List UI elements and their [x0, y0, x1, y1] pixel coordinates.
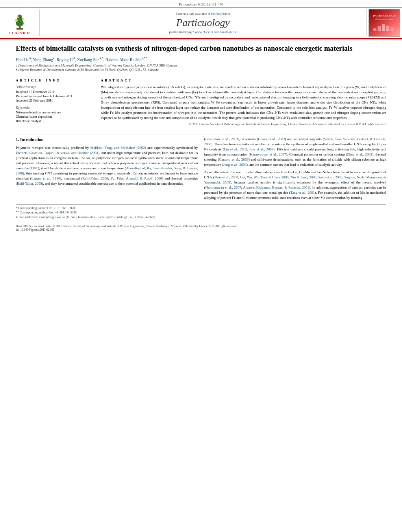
footer-doi: doi:10.1016/j.partic.2011.02.009 [16, 228, 386, 232]
abstract-text: Well aligned nitrogen-doped carbon nanot… [101, 85, 386, 127]
ref-yu[interactable]: Yu, Files, Arepalli, & Ruoff, 2000 [111, 176, 162, 180]
elsevier-logo: ELSEVIER [0, 8, 39, 37]
revised-date: Received in revised form 6 February 2011 [16, 94, 94, 98]
author-yong-zhang[interactable]: Yong Zhang [33, 57, 53, 62]
keyword-1: Nitrogen doped carbon nanotubes [16, 110, 94, 114]
footnote-divider [16, 204, 386, 205]
ref-saito[interactable]: Saito et al., 2005 [318, 175, 342, 179]
citation-text: Particuology 9 (2011) 465–470 [179, 2, 223, 6]
homepage-line: journal homepage: www.elsevier.com/locat… [40, 30, 366, 34]
sciencedirect-link[interactable]: ScienceDirect [211, 12, 230, 16]
homepage-url[interactable]: www.elsevier.com/locate/partic [195, 30, 237, 34]
ref-niu[interactable]: Niu & Fang, 2008 [291, 175, 317, 179]
affiliation-b: b Defense Research & Development Canada,… [16, 68, 386, 72]
intro-heading: 1. Introduction [16, 137, 198, 143]
footnote-corresponding2: ** Corresponding author. Fax: +1 418 844… [16, 211, 386, 214]
sciencedirect-line: Contents lists available at ScienceDirec… [40, 12, 366, 16]
abstract-paragraph: Well aligned nitrogen-doped carbon nanot… [101, 85, 386, 120]
author-xueliang-sun[interactable]: Xueliang Sun [77, 57, 99, 62]
svg-rect-4 [17, 28, 23, 30]
authors-line: Hao Liua, Yong Zhanga, Ruying Lia, Xueli… [16, 56, 386, 62]
article-content: Effects of bimetallic catalysts on synth… [0, 39, 402, 133]
page-footer: 1674-2001/$ – see front matter © 2011 Ch… [0, 223, 402, 233]
keywords-label: Keywords: [16, 106, 94, 109]
affiliation-a: a Department of Mechanical and Materials… [16, 63, 386, 67]
footnote-corresponding1: * Corresponding author. Fax: +1 519 661 … [16, 206, 386, 210]
svg-rect-11 [386, 26, 389, 31]
svg-rect-10 [382, 24, 385, 31]
ref-abou-rachid[interactable]: Abou-Rachid, Hu, Timoshevskii, Song, & L… [16, 166, 198, 175]
main-body: 1. Introduction Polymeric nitrogen was t… [0, 137, 402, 203]
svg-point-7 [17, 16, 19, 18]
ref-alvarez[interactable]: Alvarez, Kitiyanan, Borgna, & Resasco, 2… [243, 185, 309, 189]
accepted-date: Accepted 21 February 2011 [16, 98, 94, 102]
svg-point-5 [15, 19, 18, 22]
svg-rect-12 [391, 27, 394, 31]
ref-zhou[interactable]: Zhou et al., 2003 [347, 152, 372, 156]
svg-rect-9 [378, 26, 381, 31]
ref-rafii2[interactable]: Rafii-Tabar, 2008 [17, 182, 42, 185]
divider-1 [16, 75, 386, 75]
ref-jung[interactable]: Jung et al., 2003 [223, 163, 246, 167]
ref-langer[interactable]: Langer et al., 1996 [31, 176, 60, 180]
svg-rect-8 [373, 28, 376, 31]
email-xsun[interactable]: xsun@eng.uwo.ca [39, 215, 65, 219]
ref-liu2008[interactable]: Liu et al., 2008 [224, 147, 247, 151]
footer-issn: 1674-2001/$ – see front matter © 2011 Ch… [16, 224, 386, 228]
article-info-column: A R T I C L E I N F O Article history: R… [16, 78, 94, 128]
body-divider [16, 135, 386, 135]
journal-header: Particuology 9 (2011) 465–470 ELSEVIER [0, 0, 402, 39]
cover-chart-icon [372, 20, 396, 32]
journal-cover: PARTICUOLOGY CNT microscopy image [367, 7, 402, 38]
body-col-right: (Fennimore et al., 2003), in sensors (Hu… [204, 137, 387, 203]
journal-banner: ELSEVIER Contents lists available at Sci… [0, 7, 402, 39]
intro-para-3: As an alternative, the use of metal allo… [204, 170, 387, 200]
abstract-heading: A B S T R A C T [101, 78, 386, 82]
journal-citation: Particuology 9 (2011) 465–470 [0, 2, 402, 7]
copyright-line: © 2011 Chinese Society of Particuology a… [101, 122, 386, 127]
keyword-3: Bimetallic catalyst [16, 119, 94, 123]
svg-point-6 [22, 18, 24, 20]
ref-cantoro[interactable]: Cantoro et al., 2006 [219, 158, 248, 161]
author-ruying-li[interactable]: Ruying Li [57, 57, 74, 62]
intro-para-2: (Fennimore et al., 2003), in sensors (Hu… [204, 137, 387, 167]
journal-name: Particuology [40, 17, 366, 29]
elsevier-text: ELSEVIER [9, 31, 30, 35]
ref-rafii1[interactable]: Rafii-Tabar, 2008 [82, 176, 108, 180]
intro-para-1: Polymeric nitrogen was theoretically pre… [16, 145, 198, 186]
body-columns: 1. Introduction Polymeric nitrogen was t… [16, 137, 386, 203]
footnotes-area: * Corresponding author. Fax: +1 519 661 … [0, 204, 402, 219]
abstract-column: A B S T R A C T Well aligned nitrogen-do… [101, 78, 386, 128]
cover-image: PARTICUOLOGY CNT microscopy image [369, 9, 400, 37]
article-info-abstract: A R T I C L E I N F O Article history: R… [16, 78, 386, 128]
article-info-heading: A R T I C L E I N F O [16, 78, 94, 82]
affiliations: a Department of Mechanical and Materials… [16, 63, 386, 72]
keywords-section: Keywords: Nitrogen doped carbon nanotube… [16, 106, 94, 123]
article-title: Effects of bimetallic catalysts on synth… [16, 44, 386, 53]
ref-huang[interactable]: Huang et al., 2002 [258, 137, 285, 141]
journal-title-area: Contents lists available at ScienceDirec… [39, 9, 367, 36]
ref-biris[interactable]: Biris et al., 2008 [215, 175, 238, 179]
ref-tang[interactable]: Tang et al., 2001 [290, 191, 315, 195]
ref-harutyunyan[interactable]: Harutyunyan et al., 2007 [250, 152, 286, 156]
email-hakima[interactable]: hakima.abou-rachid@drdc-rddc.gc.ca [78, 215, 132, 219]
received-date: Received 13 December 2010 [16, 90, 94, 94]
ref-fennimore[interactable]: Fennimore et al., 2003 [206, 137, 238, 141]
author-hakima[interactable]: Hakima Abou-Rachid [106, 57, 142, 62]
footnote-emails: E-mail addresses: xsun@eng.uwo.ca (X. Su… [16, 215, 386, 219]
keyword-2: Chemical vapor deposition [16, 115, 94, 119]
history-label: Article history: [16, 85, 94, 89]
elsevier-tree-icon [10, 11, 30, 30]
ref-mailhiot[interactable]: Mailhiot, Yang, and McMahan (1992) [90, 146, 146, 150]
ref-eremets[interactable]: Eremets, Gavriluk, Trojan, Dzivenko, and… [16, 151, 99, 155]
ref-harutyunyan2[interactable]: Harutyunyan et al., 2007 [206, 185, 241, 189]
ref-cui[interactable]: Cui, Wu, Wu, Tian, & Chen, 2008 [240, 175, 289, 179]
ref-sun2007[interactable]: Sun et al., 2007 [250, 147, 273, 151]
body-col-left: 1. Introduction Polymeric nitrogen was t… [16, 137, 198, 203]
author-hao-liu[interactable]: Hao Liu [16, 57, 30, 62]
